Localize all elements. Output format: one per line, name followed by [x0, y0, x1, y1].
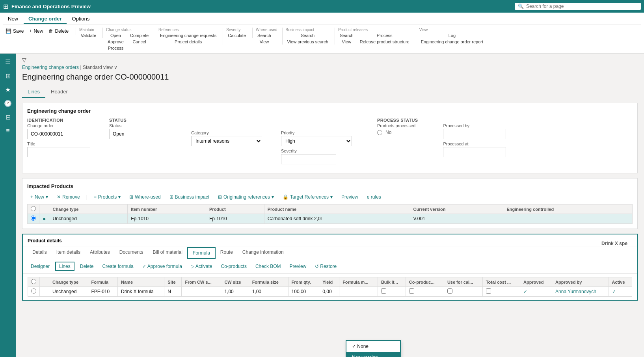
fcol-site: Site [164, 277, 182, 287]
table-row[interactable]: ● Unchanged Fp-1010 Fp-1010 Carbonated s… [28, 214, 633, 224]
row-product[interactable]: Fp-1010 [206, 214, 264, 224]
calculate-button[interactable]: Calculate [226, 33, 248, 38]
where-used-button[interactable]: ⊞ Where-used [126, 193, 164, 201]
formula-delete-button[interactable]: Delete [77, 262, 97, 270]
preview-button[interactable]: Preview [338, 193, 361, 201]
bulk-checkbox[interactable] [381, 288, 386, 294]
formula-table-row[interactable]: Unchanged FPF-010 Drink X formula N 1,00… [28, 287, 632, 297]
frow-radio[interactable] [28, 287, 40, 297]
bi-search-button[interactable]: Search [286, 33, 330, 38]
priority-select[interactable]: High [281, 136, 352, 146]
pr-process-button[interactable]: Process [358, 33, 411, 38]
report-button[interactable]: Engineering change order report [419, 39, 485, 45]
new-row-button[interactable]: + New ▾ [27, 193, 51, 201]
pr-release-button[interactable]: Release product structure [358, 39, 411, 45]
sidebar-menu-icon[interactable]: ☰ [4, 57, 12, 67]
eng-change-requests-button[interactable]: Engineering change requests [158, 33, 218, 38]
tab-item-details[interactable]: Item details [52, 247, 85, 259]
tab-lines[interactable]: Lines [22, 86, 45, 98]
target-references-button[interactable]: 🔒 Target References ▾ [279, 193, 336, 201]
row-radio-cell[interactable] [28, 214, 39, 224]
validate-button[interactable]: Validate [79, 33, 98, 38]
pr-view-button[interactable]: View [338, 39, 355, 45]
search-input[interactable] [526, 4, 629, 9]
process-status-button[interactable]: Process [106, 45, 125, 51]
change-order-input[interactable] [27, 129, 90, 139]
dropdown-item-new-version[interactable]: New version [346, 352, 400, 357]
log-button[interactable]: Log [419, 33, 485, 38]
select-all-radio[interactable] [31, 206, 36, 211]
cancel-button[interactable]: Cancel [128, 39, 150, 45]
approve-button[interactable]: Approve [106, 39, 125, 45]
tab-documents[interactable]: Documents [115, 247, 148, 259]
eco-card: Engineering change order IDENTIFICATION … [22, 103, 638, 173]
fcol-formula-m: Formula m... [339, 277, 378, 287]
bi-prevsearch-button[interactable]: View previous search [286, 39, 330, 45]
tab-formula[interactable]: Formula [187, 247, 216, 259]
tab-details[interactable]: Details [28, 247, 52, 259]
severity-input[interactable] [281, 154, 336, 164]
filter-icon[interactable]: ▽ [22, 57, 26, 63]
save-button[interactable]: 💾 Save [3, 28, 26, 35]
row-eng-controlled [503, 214, 633, 224]
title-field-label: Title [27, 141, 90, 146]
breadcrumb-view[interactable]: Standard view ∨ [83, 65, 117, 70]
ribbon-tab-changeorder[interactable]: Change order [24, 14, 67, 24]
tab-attributes[interactable]: Attributes [85, 247, 115, 259]
complete-button[interactable]: Complete [128, 33, 150, 38]
project-details-button[interactable]: Project details [158, 39, 218, 45]
restore-button[interactable]: ↺ Restore [312, 262, 340, 270]
priority-spacer [281, 118, 352, 123]
sidebar-list-icon[interactable]: ≡ [4, 126, 11, 136]
open-button[interactable]: Open [106, 33, 125, 38]
wu-view-button[interactable]: View [256, 39, 273, 45]
erules-button[interactable]: e rules [364, 193, 384, 201]
usefor-checkbox[interactable] [447, 288, 452, 294]
title-input[interactable] [27, 147, 90, 157]
frow-approved: ✓ [520, 287, 552, 297]
products-button[interactable]: ≡ Products ▾ [91, 193, 124, 201]
sidebar-home-icon[interactable]: ⊞ [4, 71, 12, 81]
sidebar-grid-icon[interactable]: ⊟ [4, 112, 12, 123]
originating-references-button[interactable]: ⊞ Originating references ▾ [215, 193, 277, 201]
frow-from-cw [182, 287, 221, 297]
col-item-number: Item number [128, 205, 206, 214]
status-input[interactable] [109, 129, 172, 139]
sidebar-clock-icon[interactable]: 🕐 [2, 98, 13, 109]
delete-button[interactable]: 🗑 Delete [46, 28, 71, 35]
category-select[interactable]: Internal reasons [191, 136, 262, 146]
coproduct-checkbox[interactable] [409, 288, 414, 294]
create-formula-button[interactable]: Create formula [99, 262, 136, 270]
products-processed-radio[interactable] [377, 130, 382, 135]
approve-formula-button[interactable]: ✓ Approve formula [139, 262, 185, 270]
sidebar-star-icon[interactable]: ★ [4, 84, 12, 95]
remove-button[interactable]: ✕ Remove [54, 193, 83, 201]
ribbon-tab-options[interactable]: Options [67, 14, 95, 24]
activate-button[interactable]: ▷ Activate [188, 262, 216, 270]
grid-icon[interactable]: ⊞ [3, 3, 8, 10]
business-impact-button[interactable]: ⊞ Business impact [166, 193, 212, 201]
tab-route[interactable]: Route [216, 247, 238, 259]
pr-search-button[interactable]: Search [338, 33, 355, 38]
ribbon-tab-new[interactable]: New [3, 14, 23, 24]
fcol-change-type: Change type [49, 277, 88, 287]
totalcost-checkbox[interactable] [486, 288, 491, 294]
processed-by-input[interactable] [443, 129, 506, 139]
processed-at-input[interactable] [443, 147, 506, 157]
new-button[interactable]: + New [27, 28, 45, 35]
row-item-number[interactable]: Fp-1010 [128, 214, 206, 224]
designer-button[interactable]: Designer [28, 262, 53, 270]
tab-header[interactable]: Header [45, 86, 73, 98]
wu-search-button[interactable]: Search [256, 33, 273, 38]
dropdown-item-none[interactable]: None [346, 341, 400, 352]
new-icon: + [29, 28, 32, 34]
co-products-button[interactable]: Co-products [218, 262, 250, 270]
check-bom-button[interactable]: Check BOM [252, 262, 284, 270]
lines-button[interactable]: Lines [55, 262, 74, 271]
breadcrumb-link[interactable]: Engineering change orders [22, 65, 79, 70]
tab-bom[interactable]: Bill of material [148, 247, 187, 259]
formula-select-all[interactable] [31, 279, 36, 284]
search-bar[interactable]: 🔍 [515, 3, 641, 10]
tab-change-info[interactable]: Change information [238, 247, 288, 259]
formula-preview-button[interactable]: Preview [287, 262, 310, 270]
